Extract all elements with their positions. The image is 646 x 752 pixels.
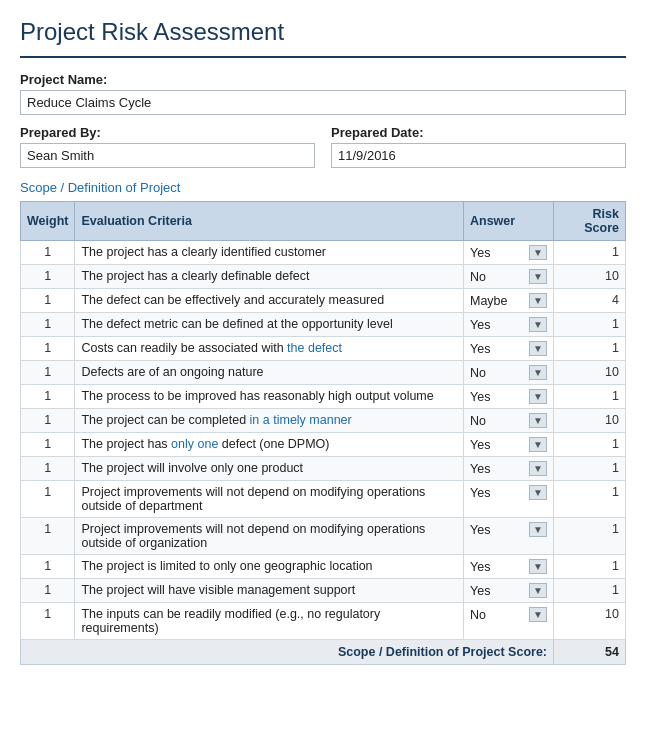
cell-risk: 1 xyxy=(554,481,626,518)
cell-weight: 1 xyxy=(21,289,75,313)
title-divider xyxy=(20,56,626,58)
page-title: Project Risk Assessment xyxy=(20,18,626,46)
cell-criteria: The process to be improved has reasonabl… xyxy=(75,385,464,409)
table-row: 1The inputs can be readily modified (e.g… xyxy=(21,603,626,640)
cell-risk: 1 xyxy=(554,313,626,337)
cell-answer[interactable]: No▼ xyxy=(464,409,554,433)
table-row: 1The project will involve only one produ… xyxy=(21,457,626,481)
cell-risk: 1 xyxy=(554,337,626,361)
prepared-by-input[interactable] xyxy=(20,143,315,168)
cell-criteria: The inputs can be readily modified (e.g.… xyxy=(75,603,464,640)
dropdown-arrow[interactable]: ▼ xyxy=(529,293,547,308)
header-weight: Weight xyxy=(21,202,75,241)
footer-score: 54 xyxy=(554,640,626,665)
dropdown-arrow[interactable]: ▼ xyxy=(529,461,547,476)
dropdown-arrow[interactable]: ▼ xyxy=(529,245,547,260)
footer-label: Scope / Definition of Project Score: xyxy=(21,640,554,665)
table-footer-row: Scope / Definition of Project Score: 54 xyxy=(21,640,626,665)
cell-criteria: The defect metric can be defined at the … xyxy=(75,313,464,337)
dropdown-arrow[interactable]: ▼ xyxy=(529,485,547,500)
header-risk: Risk Score xyxy=(554,202,626,241)
table-row: 1The project can be completed in a timel… xyxy=(21,409,626,433)
cell-criteria: The project will involve only one produc… xyxy=(75,457,464,481)
risk-table: Weight Evaluation Criteria Answer Risk S… xyxy=(20,201,626,665)
dropdown-arrow[interactable]: ▼ xyxy=(529,413,547,428)
cell-weight: 1 xyxy=(21,518,75,555)
cell-weight: 1 xyxy=(21,265,75,289)
cell-answer[interactable]: Yes▼ xyxy=(464,313,554,337)
dropdown-arrow[interactable]: ▼ xyxy=(529,522,547,537)
cell-answer[interactable]: Maybe▼ xyxy=(464,289,554,313)
cell-criteria: Project improvements will not depend on … xyxy=(75,518,464,555)
cell-criteria: The project has a clearly identified cus… xyxy=(75,241,464,265)
table-row: 1The project will have visible managemen… xyxy=(21,579,626,603)
cell-answer[interactable]: No▼ xyxy=(464,361,554,385)
dropdown-arrow[interactable]: ▼ xyxy=(529,559,547,574)
cell-answer[interactable]: Yes▼ xyxy=(464,457,554,481)
dropdown-arrow[interactable]: ▼ xyxy=(529,389,547,404)
cell-answer[interactable]: Yes▼ xyxy=(464,241,554,265)
table-row: 1The defect metric can be defined at the… xyxy=(21,313,626,337)
cell-risk: 10 xyxy=(554,361,626,385)
table-row: 1Costs can readily be associated with th… xyxy=(21,337,626,361)
cell-weight: 1 xyxy=(21,433,75,457)
cell-risk: 1 xyxy=(554,385,626,409)
table-row: 1The defect can be effectively and accur… xyxy=(21,289,626,313)
cell-answer[interactable]: Yes▼ xyxy=(464,337,554,361)
project-name-label: Project Name: xyxy=(20,72,626,87)
project-name-field: Project Name: xyxy=(20,72,626,115)
cell-answer[interactable]: Yes▼ xyxy=(464,579,554,603)
prepared-by-label: Prepared By: xyxy=(20,125,315,140)
cell-answer[interactable]: No▼ xyxy=(464,603,554,640)
dropdown-arrow[interactable]: ▼ xyxy=(529,317,547,332)
cell-risk: 1 xyxy=(554,241,626,265)
cell-risk: 1 xyxy=(554,457,626,481)
cell-risk: 10 xyxy=(554,409,626,433)
header-answer: Answer xyxy=(464,202,554,241)
cell-answer[interactable]: Yes▼ xyxy=(464,518,554,555)
dropdown-arrow[interactable]: ▼ xyxy=(529,607,547,622)
header-eval: Evaluation Criteria xyxy=(75,202,464,241)
cell-criteria: Costs can readily be associated with the… xyxy=(75,337,464,361)
cell-criteria: The project is limited to only one geogr… xyxy=(75,555,464,579)
table-row: 1The project is limited to only one geog… xyxy=(21,555,626,579)
dropdown-arrow[interactable]: ▼ xyxy=(529,437,547,452)
cell-answer[interactable]: Yes▼ xyxy=(464,481,554,518)
cell-risk: 10 xyxy=(554,603,626,640)
cell-criteria: The project has a clearly definable defe… xyxy=(75,265,464,289)
section-title: Scope / Definition of Project xyxy=(20,180,626,195)
cell-risk: 10 xyxy=(554,265,626,289)
dropdown-arrow[interactable]: ▼ xyxy=(529,365,547,380)
dropdown-arrow[interactable]: ▼ xyxy=(529,583,547,598)
table-row: 1Project improvements will not depend on… xyxy=(21,481,626,518)
cell-risk: 1 xyxy=(554,433,626,457)
table-row: 1The project has a clearly definable def… xyxy=(21,265,626,289)
cell-risk: 1 xyxy=(554,518,626,555)
cell-answer[interactable]: Yes▼ xyxy=(464,555,554,579)
cell-criteria: The project can be completed in a timely… xyxy=(75,409,464,433)
cell-criteria: The defect can be effectively and accura… xyxy=(75,289,464,313)
dropdown-arrow[interactable]: ▼ xyxy=(529,269,547,284)
prepared-by-col: Prepared By: xyxy=(20,125,315,168)
cell-weight: 1 xyxy=(21,603,75,640)
cell-weight: 1 xyxy=(21,409,75,433)
cell-criteria: Defects are of an ongoing nature xyxy=(75,361,464,385)
cell-weight: 1 xyxy=(21,313,75,337)
project-name-input[interactable] xyxy=(20,90,626,115)
table-header-row: Weight Evaluation Criteria Answer Risk S… xyxy=(21,202,626,241)
cell-answer[interactable]: No▼ xyxy=(464,265,554,289)
table-row: 1The project has only one defect (one DP… xyxy=(21,433,626,457)
cell-weight: 1 xyxy=(21,385,75,409)
prepared-date-input[interactable] xyxy=(331,143,626,168)
cell-criteria: The project has only one defect (one DPM… xyxy=(75,433,464,457)
cell-weight: 1 xyxy=(21,481,75,518)
cell-risk: 4 xyxy=(554,289,626,313)
cell-answer[interactable]: Yes▼ xyxy=(464,385,554,409)
cell-weight: 1 xyxy=(21,337,75,361)
cell-answer[interactable]: Yes▼ xyxy=(464,433,554,457)
dropdown-arrow[interactable]: ▼ xyxy=(529,341,547,356)
table-row: 1The project has a clearly identified cu… xyxy=(21,241,626,265)
cell-weight: 1 xyxy=(21,579,75,603)
cell-weight: 1 xyxy=(21,555,75,579)
cell-criteria: Project improvements will not depend on … xyxy=(75,481,464,518)
